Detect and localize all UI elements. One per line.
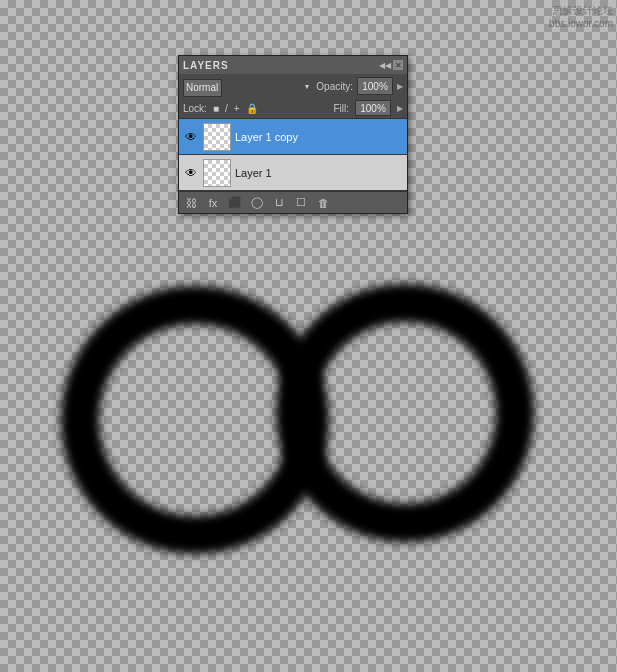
new-fill-layer-icon[interactable]: ⬛ xyxy=(227,195,243,211)
left-ring xyxy=(80,305,310,535)
fill-value[interactable]: 100% xyxy=(355,100,391,116)
layers-panel: LAYERS ◀◀ ✕ Normal Opacity: 100% ▶ Lock:… xyxy=(178,55,408,214)
layer-item-1[interactable]: 👁 Layer 1 xyxy=(179,155,407,191)
lock-row: Lock: ■ / + 🔒 Fill: 100% ▶ xyxy=(179,98,407,119)
panel-close-button[interactable]: ✕ xyxy=(393,60,403,70)
blend-mode-row: Normal Opacity: 100% ▶ xyxy=(179,74,407,98)
layer-name-1: Layer 1 xyxy=(235,167,403,179)
lock-paint-icon[interactable]: / xyxy=(225,103,228,114)
panel-toolbar: ⛓ fx ⬛ ◯ ⊔ ☐ 🗑 xyxy=(179,191,407,213)
opacity-arrow[interactable]: ▶ xyxy=(397,82,403,91)
style-icon[interactable]: ⊔ xyxy=(271,195,287,211)
blend-mode-select[interactable]: Normal xyxy=(183,79,222,97)
layers-list: 👁 Layer 1 copy 👁 Layer 1 xyxy=(179,119,407,191)
rings-area xyxy=(30,260,590,580)
panel-collapse-button[interactable]: ◀◀ xyxy=(381,61,389,69)
fx-icon[interactable]: fx xyxy=(205,195,221,211)
lock-move-icon[interactable]: + xyxy=(234,103,240,114)
link-layers-icon[interactable]: ⛓ xyxy=(183,195,199,211)
lock-all-icon[interactable]: 🔒 xyxy=(246,103,258,114)
opacity-value[interactable]: 100% xyxy=(357,77,393,95)
panel-title: LAYERS xyxy=(183,60,229,71)
opacity-label: Opacity: xyxy=(316,81,353,92)
layer-thumb-copy xyxy=(203,123,231,151)
blend-mode-wrapper: Normal xyxy=(183,77,312,95)
panel-titlebar: LAYERS ◀◀ ✕ xyxy=(179,56,407,74)
layer-thumb-1 xyxy=(203,159,231,187)
rings-svg xyxy=(30,260,590,580)
visibility-eye-copy[interactable]: 👁 xyxy=(183,129,199,145)
new-layer-icon[interactable]: ☐ xyxy=(293,195,309,211)
layer-name-copy: Layer 1 copy xyxy=(235,131,403,143)
fill-label: Fill: xyxy=(333,103,349,114)
watermark: 思缘设计论坛 bbs.iowor.com xyxy=(549,4,613,30)
panel-titlebar-controls: ◀◀ ✕ xyxy=(381,60,403,70)
visibility-eye-1[interactable]: 👁 xyxy=(183,165,199,181)
layer-item-copy[interactable]: 👁 Layer 1 copy xyxy=(179,119,407,155)
lock-transparency-icon[interactable]: ■ xyxy=(213,103,219,114)
add-mask-icon[interactable]: ◯ xyxy=(249,195,265,211)
delete-layer-icon[interactable]: 🗑 xyxy=(315,195,331,211)
lock-label: Lock: xyxy=(183,103,207,114)
fill-arrow[interactable]: ▶ xyxy=(397,104,403,113)
